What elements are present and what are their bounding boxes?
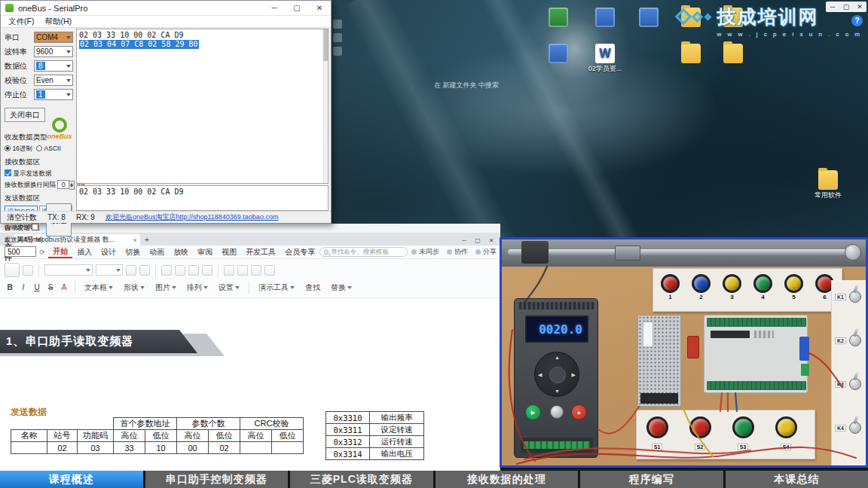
taskpane-icon[interactable] [333,33,342,42]
close-button[interactable]: ✕ [485,237,497,244]
tab-devtools[interactable]: 开发工具 [241,247,280,258]
close-button[interactable]: ✕ [308,1,331,15]
bold-button[interactable]: B [5,283,15,291]
number-list-icon[interactable] [237,265,248,276]
desktop-icon[interactable] [627,8,671,29]
receive-data-area[interactable]: 02 03 33 10 00 02 CA D9 02 03 04 07 C8 0… [76,29,329,184]
close-port-button[interactable]: 关闭串口 [5,108,45,122]
stopbits-select[interactable]: 1 [34,89,73,100]
taskpane-icon[interactable] [333,20,342,29]
tab-member[interactable]: 会员专享 [280,247,319,258]
cycle-input[interactable]: 500 [5,246,36,257]
auto-send-checkbox[interactable] [32,224,38,230]
clear-count-button[interactable]: 清空计数 [7,212,37,223]
bullet-list-icon[interactable] [224,265,234,276]
hex-radio[interactable] [5,145,11,151]
diamond-logo-icon [692,11,704,23]
presentation-tools-button[interactable]: 演示工具 [255,280,298,294]
desktop-icon[interactable] [583,8,627,29]
port-select[interactable]: COM4 [34,32,73,43]
collaborate-button[interactable]: 协作 [443,247,472,257]
nav-tab-overview[interactable]: 课程概述 [0,471,143,488]
send-data-area[interactable]: 02 03 33 10 00 02 CA D9 [76,185,329,211]
line-spacing-icon[interactable] [264,265,275,276]
tab-transition[interactable]: 切换 [121,247,145,258]
close-button[interactable]: ✕ [853,2,866,12]
find-button[interactable]: 查找 [301,280,324,294]
desktop-icon[interactable]: 常用软件 [806,170,850,199]
tab-close-icon[interactable]: × [133,236,137,244]
menu-file[interactable]: 文件(F) [4,17,38,27]
decrease-font-icon[interactable] [139,265,150,276]
ascii-radio[interactable] [36,145,42,151]
nav-tab-data-processing[interactable]: 接收数据的处理 [436,471,579,488]
nav-tab-summary[interactable]: 本课总结 [726,471,868,488]
increase-font-icon[interactable] [126,265,136,276]
minimize-button[interactable]: ─ [458,237,470,244]
new-tab-button[interactable]: + [145,235,149,244]
indent-icon[interactable] [251,265,261,276]
tx-count: TX: 8 [47,213,66,221]
shapes-button[interactable]: 形状 [120,280,148,294]
desktop-icon[interactable] [669,44,713,65]
title-bar[interactable]: oneBus - SerialPro ─ ▢ ✕ [1,1,331,16]
help-icon[interactable]: ? [851,15,863,26]
align-left-icon[interactable] [161,265,172,276]
paste-icon[interactable] [5,263,20,277]
diamond-logo-icon [704,13,712,20]
scrollbar[interactable] [323,29,328,183]
tab-insert[interactable]: 插入 [72,247,96,258]
format-painter-icon[interactable] [23,265,33,276]
desktop-icon[interactable] [711,44,755,65]
nav-tab-serial-control[interactable]: 串口助手控制变频器 [145,471,289,488]
scrollbar-thumb[interactable] [323,29,328,61]
tab-slideshow[interactable]: 放映 [169,247,193,258]
databits-select[interactable]: 8 [34,60,73,72]
baud-select[interactable]: 9600 [34,46,73,57]
tab-design[interactable]: 设计 [96,247,121,258]
nav-tab-programming[interactable]: 程序编写 [580,471,723,488]
desktop-icon[interactable] [536,44,580,65]
textbox-button[interactable]: 文本框 [81,280,117,294]
nav-tab-plc-read[interactable]: 三菱PLC读取变频器 [290,471,433,488]
shop-link[interactable]: 欢迎光临oneBus淘宝店http://shop118840369.taobao… [105,212,278,222]
maximize-button[interactable]: ▢ [472,237,484,244]
font-select[interactable] [44,264,93,276]
tab-animation[interactable]: 动画 [145,247,169,258]
font-size-select[interactable] [96,264,123,276]
menu-help[interactable]: 帮助(H) [40,17,76,27]
align-right-icon[interactable] [188,265,199,276]
minimize-button[interactable]: ─ [263,1,286,15]
arrange-button[interactable]: 排列 [183,280,212,294]
settings-button[interactable]: 设置 [215,280,243,294]
spinner-icon[interactable] [69,181,75,190]
align-center-icon[interactable] [175,265,185,276]
picture-button[interactable]: 图片 [151,280,180,294]
replace-button[interactable]: 替换 [327,280,356,294]
show-send-checkbox[interactable] [5,169,11,176]
redo-icon[interactable]: ⟳ [40,249,46,256]
command-search-input[interactable]: 查找命令、搜索模板 [319,247,408,257]
chevron-down-icon [66,79,71,82]
slide-canvas[interactable]: 1、串口助手读取变频器 发送数据 首个参数地址 参数个数 CRC校验 名称 站号… [0,298,500,471]
share-button[interactable]: 分享 [472,247,500,257]
desktop-icon[interactable]: W02学员资... [583,44,627,72]
gap-input[interactable]: 0 [57,180,69,189]
taskpane-icon[interactable] [333,47,342,56]
minimize-button[interactable]: ─ [826,2,839,12]
wps-window: W WPS网盘 ≡ 第4节 Modbus协议读变频器 数... × + ─ ▢ … [0,224,500,471]
sync-status[interactable]: 未同步 [408,247,443,257]
tab-review[interactable]: 审阅 [193,247,217,258]
maximize-button[interactable]: ▢ [286,1,308,15]
parity-select[interactable]: Even [34,75,73,86]
underline-button[interactable]: U [32,283,42,291]
strikethrough-button[interactable]: S [45,283,56,291]
show-send-label: 显示发送数据 [13,169,51,177]
maximize-button[interactable]: ▢ [839,2,853,12]
justify-icon[interactable] [202,265,212,276]
font-color-button[interactable]: A [59,283,69,291]
tab-view[interactable]: 视图 [217,247,241,258]
italic-button[interactable]: I [18,283,29,291]
tab-home[interactable]: 开始 [48,246,72,258]
desktop-icon[interactable] [536,8,580,29]
